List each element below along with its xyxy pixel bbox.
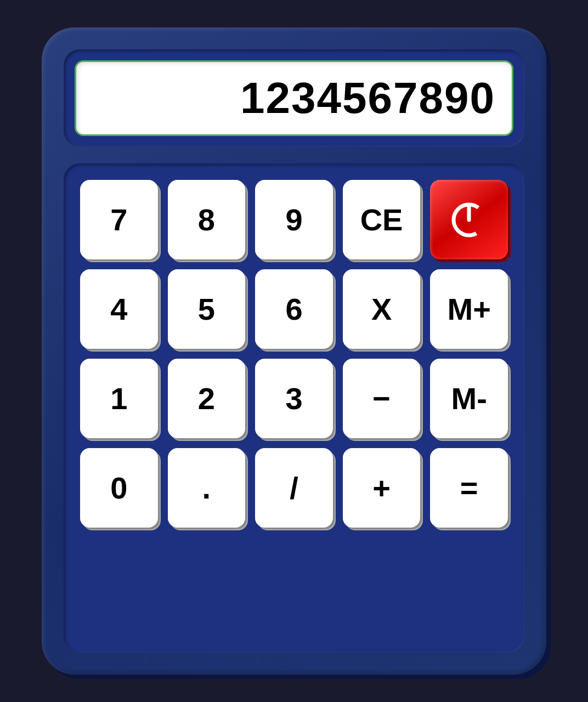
btn-plus[interactable]: +	[343, 448, 421, 528]
btn-4[interactable]: 4	[80, 269, 158, 349]
btn-mplus[interactable]: M+	[430, 269, 508, 349]
btn-power[interactable]	[430, 180, 508, 259]
display-section: 1234567890	[64, 49, 524, 147]
btn-minus[interactable]: −	[343, 359, 421, 438]
btn-7[interactable]: 7	[80, 180, 158, 259]
display-value: 1234567890	[240, 73, 495, 123]
btn-equals[interactable]: =	[430, 448, 508, 528]
keypad-row-2: 123−M-	[80, 359, 508, 438]
keypad-section: 789CE 456XM+123−M-0./+=	[64, 163, 524, 653]
btn-6[interactable]: 6	[255, 269, 333, 349]
display-screen: 1234567890	[75, 60, 513, 136]
btn-decimal[interactable]: .	[168, 448, 246, 528]
keypad-row-3: 0./+=	[80, 448, 508, 528]
btn-0[interactable]: 0	[80, 448, 158, 528]
calculator: 1234567890 789CE 456XM+123−M-0./+=	[42, 27, 546, 675]
btn-divide[interactable]: /	[255, 448, 333, 528]
keypad-row-1: 456XM+	[80, 269, 508, 349]
btn-5[interactable]: 5	[168, 269, 246, 349]
keypad-row-0: 789CE	[80, 180, 508, 259]
btn-1[interactable]: 1	[80, 359, 158, 438]
btn-multiply[interactable]: X	[343, 269, 421, 349]
btn-3[interactable]: 3	[255, 359, 333, 438]
btn-9[interactable]: 9	[255, 180, 333, 259]
power-icon	[450, 201, 488, 239]
btn-ce[interactable]: CE	[343, 180, 421, 259]
btn-8[interactable]: 8	[168, 180, 246, 259]
btn-mminus[interactable]: M-	[430, 359, 508, 438]
btn-2[interactable]: 2	[168, 359, 246, 438]
